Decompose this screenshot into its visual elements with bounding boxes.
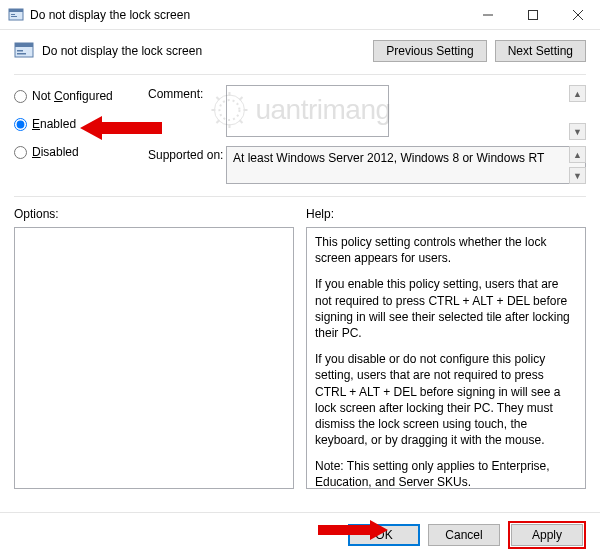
svg-rect-11: [17, 53, 26, 55]
comment-input[interactable]: [226, 85, 389, 137]
titlebar: Do not display the lock screen: [0, 0, 600, 30]
lower-area: Options: Help: This policy setting contr…: [0, 201, 600, 489]
radio-disabled-input[interactable]: [14, 146, 27, 159]
svg-rect-1: [9, 9, 23, 12]
help-paragraph: This policy setting controls whether the…: [315, 234, 577, 266]
app-icon: [8, 7, 24, 23]
policy-title: Do not display the lock screen: [42, 44, 373, 58]
comment-label: Comment:: [148, 85, 226, 140]
help-paragraph: If you disable or do not configure this …: [315, 351, 577, 448]
radio-disabled[interactable]: Disabled: [14, 145, 134, 159]
help-paragraph: Note: This setting only applies to Enter…: [315, 458, 577, 489]
svg-rect-2: [11, 14, 15, 15]
config-area: Not Configured Enabled Disabled Comment:…: [0, 79, 600, 192]
policy-icon: [14, 41, 34, 61]
options-panel: [14, 227, 294, 489]
apply-button[interactable]: Apply: [511, 524, 583, 546]
footer: OK Cancel Apply: [0, 512, 600, 556]
svg-rect-5: [528, 11, 537, 20]
next-setting-button[interactable]: Next Setting: [495, 40, 586, 62]
previous-setting-button[interactable]: Previous Setting: [373, 40, 486, 62]
maximize-button[interactable]: [510, 0, 555, 30]
cancel-button[interactable]: Cancel: [428, 524, 500, 546]
header-row: Do not display the lock screen Previous …: [0, 30, 600, 70]
radio-not-configured-input[interactable]: [14, 90, 27, 103]
radio-group: Not Configured Enabled Disabled: [14, 85, 134, 190]
options-label: Options:: [14, 207, 294, 221]
radio-enabled[interactable]: Enabled: [14, 117, 134, 131]
window-title: Do not display the lock screen: [30, 8, 465, 22]
scroll-up-icon[interactable]: ▲: [569, 85, 586, 102]
radio-enabled-input[interactable]: [14, 118, 27, 131]
minimize-button[interactable]: [465, 0, 510, 30]
ok-button[interactable]: OK: [348, 524, 420, 546]
divider: [14, 74, 586, 75]
supported-label: Supported on:: [148, 146, 226, 184]
close-button[interactable]: [555, 0, 600, 30]
radio-not-configured[interactable]: Not Configured: [14, 89, 134, 103]
help-paragraph: If you enable this policy setting, users…: [315, 276, 577, 341]
scroll-down-icon[interactable]: ▼: [569, 167, 586, 184]
svg-rect-3: [11, 16, 17, 17]
svg-rect-9: [15, 43, 33, 47]
scroll-up-icon[interactable]: ▲: [569, 146, 586, 163]
divider: [14, 196, 586, 197]
window-controls: [465, 0, 600, 29]
svg-rect-10: [17, 50, 23, 52]
help-panel: This policy setting controls whether the…: [306, 227, 586, 489]
apply-highlight: Apply: [508, 521, 586, 549]
scroll-down-icon[interactable]: ▼: [569, 123, 586, 140]
supported-text: At least Windows Server 2012, Windows 8 …: [226, 146, 586, 184]
help-label: Help:: [306, 207, 586, 221]
